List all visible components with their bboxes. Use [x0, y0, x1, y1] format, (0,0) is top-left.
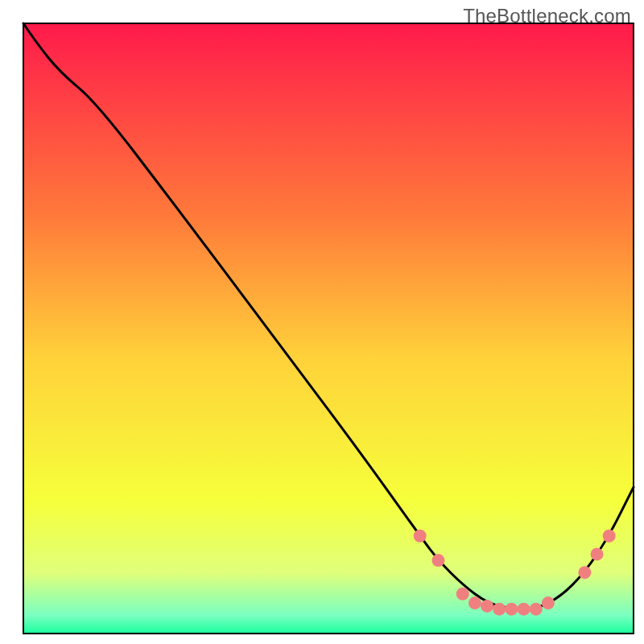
curve-marker: [578, 566, 591, 579]
bottleneck-chart: [0, 0, 644, 644]
curve-marker: [431, 554, 444, 567]
chart-frame: TheBottleneck.com: [0, 0, 644, 644]
curve-marker: [469, 597, 481, 609]
curve-marker: [414, 530, 427, 543]
curve-marker: [603, 530, 616, 543]
curve-marker: [518, 603, 530, 616]
curve-marker: [542, 597, 555, 609]
watermark-text: TheBottleneck.com: [463, 5, 631, 27]
curve-marker: [481, 600, 493, 613]
plot-background: [23, 23, 634, 634]
curve-marker: [493, 603, 506, 616]
curve-marker: [591, 547, 604, 560]
curve-marker: [456, 588, 469, 601]
curve-marker: [505, 603, 518, 616]
curve-marker: [530, 603, 543, 616]
